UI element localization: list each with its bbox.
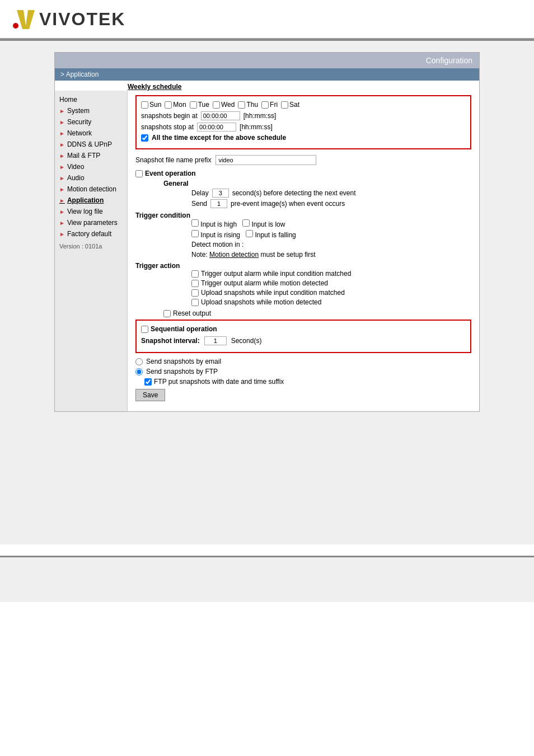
day-sun: Sun: [141, 101, 161, 109]
stop-label: snapshots stop at: [141, 123, 194, 131]
day-fri: Fri: [261, 101, 278, 109]
svg-point-1: [13, 23, 18, 29]
trigger-action-checkbox-3[interactable]: [191, 299, 199, 306]
ftp-date-checkbox[interactable]: [144, 378, 152, 386]
sidebar-item-viewparams[interactable]: ► View parameters: [55, 217, 127, 228]
begin-unit: [hh:mm:ss]: [243, 112, 277, 120]
sidebar-item-system[interactable]: ► System: [55, 105, 127, 116]
send-label: Send: [191, 200, 207, 208]
checkbox-sun[interactable]: [141, 101, 148, 109]
sequential-checkbox[interactable]: [141, 326, 148, 333]
motion-detection-link[interactable]: Motion detection: [209, 251, 259, 259]
weekly-schedule-label: Weekly schedule: [55, 81, 479, 91]
send-email-label: Send snapshots by email: [146, 358, 221, 365]
trigger-action-row-2: Upload snapshots while input condition m…: [191, 289, 471, 297]
trigger-action-checkbox-2[interactable]: [191, 289, 199, 297]
sidebar-item-home[interactable]: Home: [55, 94, 127, 105]
day-thu: Thu: [238, 101, 258, 109]
checkbox-thu[interactable]: [238, 101, 245, 109]
arrow-icon: ►: [59, 108, 65, 114]
send-email-radio[interactable]: [135, 358, 143, 365]
sidebar-item-audio[interactable]: ► Audio: [55, 172, 127, 184]
begin-time-input[interactable]: [201, 111, 240, 120]
input-rising-checkbox[interactable]: [191, 230, 199, 237]
save-button[interactable]: Save: [135, 389, 165, 401]
delay-row: Delay second(s) before detecting the nex…: [191, 189, 471, 198]
trigger-row-2: Input is rising Input is falling: [191, 230, 471, 239]
stop-unit: [hh:mm:ss]: [240, 123, 273, 131]
input-low-checkbox[interactable]: [242, 219, 250, 227]
vivotek-logo-icon: [11, 6, 39, 32]
checkbox-tue[interactable]: [190, 101, 197, 109]
trigger-action-section: Trigger action Trigger output alarm whil…: [135, 262, 471, 306]
logo-text: VIVOTEK: [39, 9, 125, 30]
interval-label: Snapshot interval:: [141, 337, 200, 345]
general-label: General: [163, 180, 189, 187]
delay-suffix: second(s) before detecting the next even…: [232, 189, 356, 197]
ftp-date-row: FTP put snapshots with date and time suf…: [144, 378, 471, 386]
delay-label: Delay: [191, 189, 209, 197]
checkbox-wed[interactable]: [213, 101, 220, 109]
sidebar-item-viewlog[interactable]: ► View log file: [55, 206, 127, 217]
sidebar-item-ddns[interactable]: ► DDNS & UPnP: [55, 139, 127, 150]
all-time-row: All the time except for the above schedu…: [141, 134, 466, 142]
sidebar-item-application[interactable]: ► Application: [55, 195, 127, 206]
all-time-label: All the time except for the above schedu…: [152, 134, 286, 142]
schedule-stop-row: snapshots stop at [hh:mm:ss]: [141, 123, 466, 132]
event-operation-checkbox[interactable]: [135, 170, 143, 177]
arrow-icon: ►: [59, 153, 65, 159]
delay-input[interactable]: [212, 189, 229, 198]
send-email-row: Send snapshots by email: [135, 358, 471, 365]
checkbox-mon[interactable]: [165, 101, 172, 109]
checkbox-fri[interactable]: [261, 101, 269, 109]
checkbox-sat[interactable]: [281, 101, 288, 109]
arrow-icon: ►: [59, 186, 65, 192]
arrow-icon: ►: [59, 130, 65, 137]
send-ftp-radio[interactable]: [135, 368, 143, 375]
send-ftp-label: Send snapshots by FTP: [146, 368, 218, 375]
sidebar-item-network[interactable]: ► Network: [55, 128, 127, 139]
reset-output-label: Reset output: [173, 309, 211, 317]
sidebar-item-mail[interactable]: ► Mail & FTP: [55, 150, 127, 161]
snapshot-prefix-input[interactable]: [216, 155, 316, 165]
all-time-checkbox[interactable]: [141, 134, 148, 142]
trigger-action-checkbox-0[interactable]: [191, 270, 199, 278]
trigger-condition-label: Trigger condition: [135, 212, 190, 219]
svg-marker-0: [17, 10, 35, 29]
sidebar-item-motion[interactable]: ► Motion detection: [55, 184, 127, 195]
arrow-icon: ►: [59, 119, 65, 125]
trigger-action-label: Trigger action: [135, 262, 180, 270]
trigger-action-row-1: Trigger output alarm while motion detect…: [191, 279, 471, 287]
interval-input[interactable]: [204, 336, 227, 345]
sidebar-item-security[interactable]: ► Security: [55, 116, 127, 128]
trigger-row-1: Input is high Input is low: [191, 219, 471, 228]
stop-time-input[interactable]: [197, 123, 236, 132]
arrow-icon: ►: [59, 198, 65, 204]
send-input[interactable]: [210, 199, 227, 208]
save-row: Save: [135, 389, 471, 401]
sequential-label-row: Sequential operation: [141, 325, 466, 333]
snapshot-prefix-label: Snapshot file name prefix: [135, 156, 211, 164]
sequential-box: Sequential operation Snapshot interval: …: [135, 320, 471, 353]
schedule-begin-row: snapshots begin at [hh:mm:ss]: [141, 111, 466, 120]
input-low-label: Input is low: [242, 219, 285, 228]
sidebar-item-factory[interactable]: ► Factory default: [55, 228, 127, 240]
input-falling-checkbox[interactable]: [246, 230, 253, 237]
main-content: Sun Mon Tue Wed Thu: [128, 91, 479, 411]
note-text: Note:: [191, 251, 208, 259]
input-falling-label: Input is falling: [246, 230, 296, 239]
trigger-action-checkbox-1[interactable]: [191, 280, 199, 287]
day-tue: Tue: [190, 101, 209, 109]
motion-note-row: Note: Motion detection must be setup fir…: [191, 251, 471, 259]
sidebar-version: Version : 0101a: [55, 240, 127, 253]
snapshot-interval-row: Snapshot interval: Second(s): [141, 336, 466, 345]
trigger-action-row-3: Upload snapshots while motion detected: [191, 298, 471, 306]
input-high-checkbox[interactable]: [191, 219, 199, 227]
reset-output-row: Reset output: [163, 309, 471, 317]
sidebar-item-video[interactable]: ► Video: [55, 161, 127, 172]
arrow-icon: ►: [59, 175, 65, 181]
interval-unit: Second(s): [231, 337, 262, 345]
snapshot-prefix-row: Snapshot file name prefix: [135, 155, 471, 165]
reset-output-checkbox[interactable]: [163, 310, 171, 317]
send-row: Send pre-event image(s) when event occur…: [191, 199, 471, 208]
